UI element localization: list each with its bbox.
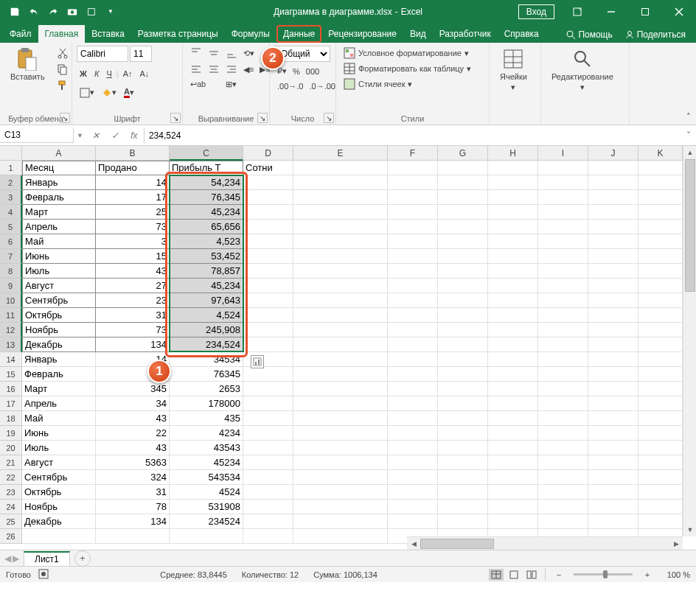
cell[interactable] bbox=[538, 190, 588, 205]
cell[interactable] bbox=[638, 308, 683, 323]
cell[interactable] bbox=[438, 308, 488, 323]
row-header-4[interactable]: 4 bbox=[0, 205, 22, 220]
cell[interactable]: 43 bbox=[96, 441, 170, 455]
cell[interactable]: Февраль bbox=[22, 190, 96, 205]
italic-button[interactable]: К bbox=[91, 68, 102, 80]
cell[interactable] bbox=[638, 470, 683, 485]
row-header-7[interactable]: 7 bbox=[0, 249, 22, 264]
cell[interactable]: 17 bbox=[96, 190, 170, 205]
fill-color-icon[interactable]: ▾ bbox=[99, 86, 119, 99]
cell[interactable] bbox=[388, 441, 438, 455]
cell[interactable] bbox=[588, 396, 638, 411]
cell[interactable] bbox=[293, 352, 388, 367]
cell[interactable] bbox=[293, 441, 388, 455]
normal-view-icon[interactable] bbox=[489, 569, 504, 581]
cell[interactable]: Январь bbox=[22, 352, 96, 367]
cell[interactable] bbox=[638, 514, 683, 529]
cell[interactable]: 78 bbox=[96, 500, 170, 514]
page-layout-view-icon[interactable] bbox=[507, 569, 521, 581]
cell[interactable]: 65,656 bbox=[170, 220, 243, 234]
cell[interactable] bbox=[438, 470, 488, 485]
cell[interactable]: Месяц bbox=[22, 161, 96, 175]
cell[interactable]: 43 bbox=[96, 411, 170, 426]
cut-icon[interactable] bbox=[54, 46, 72, 60]
cell[interactable] bbox=[488, 234, 538, 249]
save-icon[interactable] bbox=[6, 3, 24, 21]
expand-formula-bar-icon[interactable]: ˅ bbox=[681, 130, 696, 141]
cell[interactable] bbox=[638, 426, 683, 441]
collapse-ribbon-icon[interactable]: ˄ bbox=[681, 43, 696, 125]
copy-icon[interactable] bbox=[54, 62, 72, 77]
cell[interactable]: Август bbox=[22, 279, 96, 293]
decrease-indent-icon[interactable]: ◀≡ bbox=[240, 62, 257, 77]
cell[interactable] bbox=[388, 367, 438, 382]
cell[interactable] bbox=[538, 352, 588, 367]
cell[interactable] bbox=[488, 485, 538, 500]
cell[interactable] bbox=[538, 293, 588, 308]
cell[interactable]: 5363 bbox=[96, 455, 170, 470]
cell[interactable]: 531908 bbox=[170, 500, 243, 514]
cell[interactable] bbox=[388, 205, 438, 220]
cell[interactable] bbox=[293, 396, 388, 411]
cell[interactable]: 76345 bbox=[170, 367, 243, 382]
row-header-19[interactable]: 19 bbox=[0, 426, 22, 441]
cell[interactable] bbox=[538, 514, 588, 529]
cell[interactable] bbox=[538, 220, 588, 234]
cell[interactable]: Декабрь bbox=[22, 337, 96, 352]
cell[interactable] bbox=[488, 323, 538, 337]
cell[interactable] bbox=[488, 220, 538, 234]
cell[interactable] bbox=[243, 308, 293, 323]
cell[interactable]: Апрель bbox=[22, 396, 96, 411]
cell[interactable] bbox=[388, 293, 438, 308]
cell-styles-button[interactable]: Стили ячеек▾ bbox=[341, 77, 474, 91]
cell[interactable] bbox=[638, 396, 683, 411]
cell[interactable] bbox=[293, 514, 388, 529]
wrap-text-icon[interactable]: ↩ab bbox=[187, 78, 223, 91]
cell[interactable]: 234,524 bbox=[170, 337, 243, 352]
clipboard-dialog-launcher[interactable]: ↘ bbox=[60, 113, 70, 123]
cell[interactable]: 45,234 bbox=[170, 279, 243, 293]
cell[interactable]: 34 bbox=[96, 396, 170, 411]
tab-справка[interactable]: Справка bbox=[498, 25, 546, 43]
decrease-font-icon[interactable]: A↓ bbox=[136, 68, 152, 80]
percent-icon[interactable]: % bbox=[290, 65, 303, 77]
cell[interactable] bbox=[388, 500, 438, 514]
cell[interactable]: 134 bbox=[96, 337, 170, 352]
enter-formula-icon[interactable]: ✓ bbox=[105, 127, 125, 144]
cell[interactable] bbox=[243, 455, 293, 470]
row-header-5[interactable]: 5 bbox=[0, 220, 22, 234]
cell[interactable] bbox=[588, 352, 638, 367]
cell[interactable] bbox=[588, 205, 638, 220]
cell[interactable] bbox=[96, 529, 170, 544]
cell[interactable]: 27 bbox=[96, 279, 170, 293]
cell[interactable] bbox=[538, 161, 588, 175]
cell[interactable]: Апрель bbox=[22, 220, 96, 234]
cell[interactable] bbox=[293, 411, 388, 426]
cell[interactable]: 2653 bbox=[170, 382, 243, 396]
align-bottom-icon[interactable] bbox=[223, 46, 240, 60]
cell[interactable] bbox=[438, 234, 488, 249]
col-header-H[interactable]: H bbox=[488, 146, 538, 161]
cell[interactable] bbox=[488, 249, 538, 264]
cell[interactable] bbox=[638, 485, 683, 500]
cell[interactable] bbox=[638, 337, 683, 352]
cell[interactable] bbox=[488, 308, 538, 323]
cell[interactable]: Май bbox=[22, 411, 96, 426]
row-header-26[interactable]: 26 bbox=[0, 529, 22, 544]
cell[interactable]: 435 bbox=[170, 411, 243, 426]
cell[interactable]: 31 bbox=[96, 308, 170, 323]
row-header-13[interactable]: 13 bbox=[0, 337, 22, 352]
cell[interactable]: Июнь bbox=[22, 249, 96, 264]
cell[interactable]: 97,643 bbox=[170, 293, 243, 308]
vertical-scrollbar[interactable]: ▲ ▼ bbox=[683, 146, 696, 536]
tab-разработчик[interactable]: Разработчик bbox=[433, 25, 498, 43]
cell[interactable] bbox=[388, 323, 438, 337]
cell[interactable] bbox=[293, 308, 388, 323]
tab-рецензирование[interactable]: Рецензирование bbox=[321, 25, 403, 43]
cell[interactable]: 76,345 bbox=[170, 190, 243, 205]
cell[interactable] bbox=[438, 352, 488, 367]
font-name-select[interactable] bbox=[77, 46, 128, 62]
paste-button[interactable]: Вставить bbox=[4, 46, 51, 83]
cell[interactable] bbox=[293, 190, 388, 205]
cell[interactable] bbox=[243, 234, 293, 249]
